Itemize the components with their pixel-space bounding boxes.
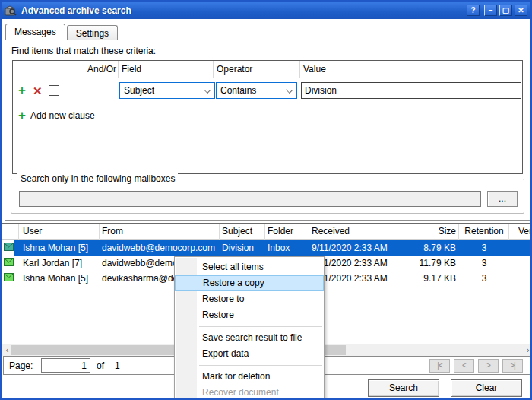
operator-select-value: Contains [220,85,256,96]
add-new-clause-link[interactable]: + Add new clause [18,108,95,123]
field-select[interactable]: Subject [119,82,215,99]
app-icon [5,5,17,16]
menu-separator [199,326,322,327]
minimize-icon[interactable]: – [484,5,497,16]
maximize-icon[interactable]: ▢ [499,5,512,16]
menu-item-export-data[interactable]: Export data [175,346,324,362]
plus-icon: + [18,108,26,123]
col-operator: Operator [217,64,252,75]
field-select-value: Subject [124,85,154,96]
col-folder[interactable]: Folder [268,226,309,237]
criteria-heading: Find items that match these criteria: [11,46,156,56]
close-icon[interactable]: ✕ [515,5,527,16]
table-row[interactable]: Ishna Mohan [5] davidwebb@democorp.com D… [2,240,532,256]
col-size[interactable]: Size [382,226,456,237]
page-total: 1 [115,360,120,371]
add-new-clause-label: Add new clause [30,110,95,121]
menu-item-recover-document: Recover document [175,385,324,400]
mail-icon [4,243,14,251]
context-menu: Select all items Restore a copy Restore … [174,256,325,400]
clear-button[interactable]: Clear [451,379,522,397]
chevron-down-icon [286,87,293,94]
operator-select[interactable]: Contains [216,82,297,99]
page-number-input[interactable] [41,358,90,373]
col-field: Field [122,64,141,75]
col-subject[interactable]: Subject [222,226,265,237]
col-from[interactable]: From [102,226,219,237]
tab-settings[interactable]: Settings [67,25,118,40]
criteria-row: + ✕ Subject Contains [13,82,522,100]
col-user[interactable]: User [23,226,99,237]
page-of-label: of [97,360,104,371]
menu-item-mark-for-deletion[interactable]: Mark for deletion [175,369,324,385]
criteria-header-row: And/Or Field Operator Value [13,61,522,78]
prev-page-button[interactable]: < [454,359,474,373]
menu-item-restore[interactable]: Restore [175,307,324,323]
col-value: Value [303,64,326,75]
browse-mailboxes-button[interactable]: ... [487,191,518,207]
menu-item-select-all[interactable]: Select all items [175,259,324,275]
menu-item-restore-a-copy[interactable]: Restore a copy [175,275,324,291]
mail-icon [4,258,14,266]
menu-item-restore-to[interactable]: Restore to [175,291,324,307]
last-page-button[interactable]: >| [502,359,523,373]
next-page-button[interactable]: > [478,359,499,373]
col-andor: And/Or [80,64,116,75]
add-clause-icon[interactable]: + [18,83,26,98]
menu-item-save-search-result[interactable]: Save search result to file [175,330,324,346]
window-title: Advanced archive search [21,5,131,16]
results-header: User From Subject Folder Received Size R… [2,224,532,240]
delete-clause-icon[interactable]: ✕ [33,84,43,99]
col-version[interactable]: Ver [511,226,532,237]
mailbox-input[interactable] [19,191,481,207]
search-button[interactable]: Search [368,379,439,397]
first-page-button[interactable]: |< [429,359,450,373]
advanced-archive-search-window: Advanced archive search ? – ▢ ✕ Messages… [0,0,532,400]
menu-separator [199,365,322,366]
clause-checkbox[interactable] [49,85,59,96]
titlebar: Advanced archive search ? – ▢ ✕ [2,2,530,19]
chevron-down-icon [204,87,211,94]
mail-icon [4,273,14,281]
messages-tab-page: Find items that match these criteria: An… [5,40,530,221]
mailbox-group-legend: Search only in the following mailboxes [17,173,178,184]
col-retention[interactable]: Retention [461,226,508,237]
tab-strip: Messages Settings [5,24,119,40]
page-label: Page: [9,360,33,371]
tab-messages[interactable]: Messages [5,24,65,40]
value-input[interactable] [301,82,521,99]
mailbox-groupbox: Search only in the following mailboxes .… [11,179,524,214]
criteria-builder: And/Or Field Operator Value + ✕ Subject … [12,60,523,174]
scroll-right-icon[interactable]: › [522,344,532,356]
help-icon[interactable]: ? [467,5,480,16]
